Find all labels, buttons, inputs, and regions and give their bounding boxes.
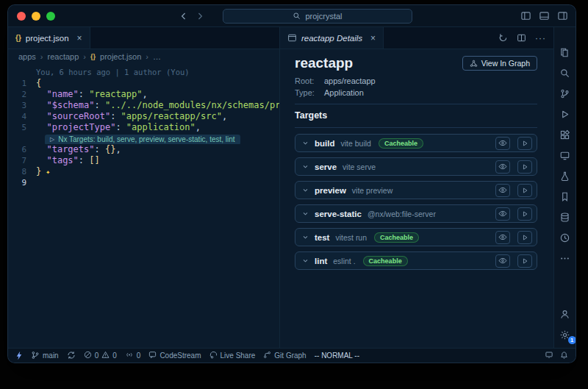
type-value: Application [324, 88, 364, 97]
codestream-status[interactable]: CodeStream [148, 351, 201, 360]
search-view-icon[interactable] [554, 63, 576, 83]
more-actions-icon[interactable]: ··· [535, 33, 546, 43]
status-bar: main 0 0 0 CodeStream Live Share [8, 348, 576, 363]
view-in-graph-button[interactable]: View In Graph [462, 56, 537, 71]
chevron-down-icon[interactable] [302, 210, 309, 217]
git-graph-label: Git Graph [274, 351, 306, 360]
view-target-details-button[interactable] [495, 254, 510, 268]
chevron-down-icon[interactable] [302, 257, 309, 264]
run-debug-icon[interactable] [554, 104, 576, 124]
notifications-bell[interactable] [560, 351, 568, 361]
command-center-search[interactable]: projcrystal [223, 9, 412, 24]
problems-status[interactable]: 0 0 [84, 351, 117, 360]
run-target-button[interactable] [517, 160, 532, 174]
maximize-window-button[interactable] [46, 12, 55, 21]
branch-icon [31, 351, 40, 361]
editor-actions: ··· [498, 27, 553, 49]
bell-icon [560, 351, 568, 361]
bookmarks-icon[interactable] [554, 186, 576, 207]
split-editor-icon[interactable] [517, 33, 526, 43]
project-type-row: Type: Application [295, 88, 537, 97]
code-area[interactable]: You, 6 hours ago | 1 author (You)1{2 "na… [8, 64, 279, 348]
target-row-test[interactable]: testvitest runCacheable [295, 228, 537, 246]
play-icon [521, 187, 528, 194]
eye-icon [498, 233, 507, 241]
toggle-sidebar-right-icon[interactable] [557, 10, 568, 21]
target-row-serve-static[interactable]: serve-static@nx/web:file-server [295, 204, 537, 223]
screencast-button[interactable] [545, 351, 553, 360]
chevron-down-icon[interactable] [302, 140, 309, 146]
code-row-codelens: ▷Nx Targets: build, serve, preview, serv… [8, 133, 279, 144]
close-window-button[interactable] [17, 12, 26, 21]
codestream-label: CodeStream [159, 351, 201, 360]
tab-project-json[interactable]: {} project.json × [8, 27, 90, 49]
testing-icon[interactable] [554, 165, 576, 186]
chevron-down-icon[interactable] [302, 163, 309, 170]
git-branch-status[interactable]: main [31, 351, 59, 361]
play-icon [521, 234, 528, 241]
editor-tab-bar-left: {} project.json × [8, 27, 279, 49]
settings-gear-icon[interactable]: 1 [554, 324, 576, 345]
target-row-preview[interactable]: previewvite preview [295, 181, 537, 199]
view-target-details-button[interactable] [495, 231, 510, 244]
breadcrumb-item-file[interactable]: project.json [100, 52, 141, 61]
breadcrumb-separator: › [83, 52, 86, 61]
breadcrumb-item-more[interactable]: … [153, 52, 161, 61]
source-control-icon[interactable] [554, 83, 576, 104]
accounts-icon[interactable] [554, 304, 576, 324]
refresh-icon[interactable] [498, 33, 508, 43]
run-target-button[interactable] [517, 184, 532, 197]
breadcrumb-item-reactapp[interactable]: reactapp [48, 52, 79, 61]
search-icon [293, 12, 301, 21]
tab-reactapp-details[interactable]: reactapp Details × [280, 27, 384, 49]
warning-count: 0 [112, 351, 117, 360]
live-share-status[interactable]: Live Share [209, 351, 256, 360]
toggle-sidebar-left-icon[interactable] [520, 10, 531, 21]
more-views-icon[interactable] [554, 248, 576, 268]
json-file-icon: {} [15, 34, 21, 42]
git-graph-status[interactable]: Git Graph [263, 351, 306, 360]
run-target-button[interactable] [517, 254, 532, 268]
view-target-details-button[interactable] [495, 160, 510, 174]
lightning-icon [15, 351, 23, 360]
minimize-window-button[interactable] [32, 12, 40, 21]
chevron-down-icon[interactable] [302, 234, 309, 240]
git-graph-icon [263, 351, 271, 360]
explorer-icon[interactable] [554, 42, 576, 63]
run-target-button[interactable] [517, 207, 532, 221]
code-row: 5 "projectType": "application", [8, 122, 279, 133]
target-row-lint[interactable]: linteslint .Cacheable [295, 251, 537, 270]
layout-controls [520, 5, 568, 26]
breadcrumb-item-apps[interactable]: apps [18, 52, 36, 61]
run-target-button[interactable] [517, 137, 532, 150]
nav-forward-button[interactable] [195, 11, 205, 21]
nav-back-button[interactable] [179, 11, 189, 21]
close-tab-icon[interactable]: × [77, 33, 82, 43]
ports-status[interactable]: 0 [125, 351, 141, 360]
run-target-button[interactable] [517, 231, 532, 244]
chevron-down-icon[interactable] [302, 187, 309, 193]
database-icon[interactable] [554, 207, 576, 227]
close-tab-icon[interactable]: × [370, 33, 376, 43]
view-target-details-button[interactable] [495, 137, 510, 150]
sync-button[interactable] [67, 351, 76, 361]
branch-name: main [43, 351, 59, 360]
view-target-details-button[interactable] [495, 207, 510, 221]
nx-targets-codelens[interactable]: ▷Nx Targets: build, serve, preview, serv… [45, 135, 240, 145]
target-row-build[interactable]: buildvite buildCacheable [295, 134, 537, 152]
toggle-panel-icon[interactable] [539, 10, 550, 21]
extensions-icon[interactable] [554, 124, 576, 145]
remote-explorer-icon[interactable] [554, 145, 576, 165]
error-icon [84, 351, 92, 360]
target-row-serve[interactable]: servevite serve [295, 157, 537, 176]
eye-icon [498, 186, 507, 194]
timeline-icon[interactable] [554, 227, 576, 248]
view-target-details-button[interactable] [495, 184, 510, 197]
code-row: 7 "tags": [] [8, 155, 279, 166]
project-title: reactapp [295, 55, 353, 71]
activity-bar-bottom: 1 [554, 304, 576, 348]
sync-icon [67, 351, 76, 361]
remote-indicator[interactable] [15, 351, 23, 360]
targets-list: buildvite buildCacheableservevite servep… [295, 134, 537, 270]
targets-heading: Targets [295, 110, 537, 121]
